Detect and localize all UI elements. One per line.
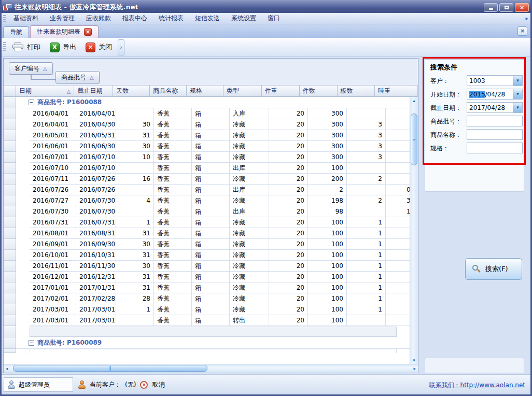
column-header-9[interactable]: 吨重 bbox=[375, 86, 418, 97]
table-row[interactable]: 2016/07/012016/07/1010香蕉箱冷藏203003 bbox=[4, 152, 418, 163]
cell: 3 bbox=[347, 130, 386, 141]
field-input-1[interactable]: 2015/04/28▾ bbox=[467, 89, 523, 100]
cell: 2016/07/26 bbox=[30, 185, 76, 195]
table-row[interactable]: 2017/03/012017/03/01香蕉箱转出20100 bbox=[4, 315, 418, 326]
groupby-chip-customer-code[interactable]: 客户编号△ bbox=[9, 62, 53, 75]
chevron-down-icon[interactable]: ▾ bbox=[513, 89, 522, 99]
menu-item-4[interactable]: 统计报表 bbox=[153, 12, 189, 24]
column-header-7[interactable]: 件数 bbox=[300, 86, 338, 97]
horizontal-scrollbar[interactable]: ◂ ‖ ▸ bbox=[4, 364, 418, 373]
maximize-button[interactable] bbox=[499, 3, 513, 12]
field-input-3[interactable] bbox=[467, 116, 523, 126]
table-row[interactable]: 2016/08/012016/08/3131香蕉箱冷藏201001 bbox=[4, 228, 418, 239]
group-row-p1600088[interactable]: 商品批号: P1600088 bbox=[4, 97, 418, 108]
group-indent bbox=[16, 272, 30, 282]
cancel-icon[interactable]: × bbox=[140, 381, 148, 389]
table-row[interactable]: 2016/09/012016/09/3030香蕉箱冷藏201001 bbox=[4, 239, 418, 250]
scroll-left-icon[interactable]: ◂ bbox=[6, 366, 8, 371]
group-row-p1600089[interactable]: 商品批号: P1600089 bbox=[4, 337, 418, 349]
table-row[interactable]: 2016/04/012016/04/01香蕉箱入库20300 bbox=[4, 108, 418, 119]
table-row[interactable]: 2016/07/262016/07/26香蕉箱出库2020 bbox=[4, 185, 418, 195]
cell: 出库 bbox=[230, 206, 269, 217]
table-row[interactable]: 2016/10/012016/10/3131香蕉箱冷藏201001 bbox=[4, 250, 418, 261]
cell: 箱 bbox=[192, 239, 230, 250]
column-header-8[interactable]: 板数 bbox=[338, 86, 375, 97]
field-input-0[interactable]: 1003▾ bbox=[467, 75, 523, 86]
column-header-4[interactable]: 规格 bbox=[187, 86, 223, 97]
toolbar-overflow-icon[interactable]: › bbox=[118, 39, 124, 55]
table-row[interactable]: 2016/07/112016/07/2616香蕉箱冷藏202002 bbox=[4, 174, 418, 185]
cell: 31 bbox=[116, 282, 154, 293]
collapse-icon[interactable] bbox=[29, 100, 34, 105]
cell: 2016/10/31 bbox=[76, 250, 116, 261]
cell: 2016/05/31 bbox=[76, 130, 116, 141]
print-button[interactable]: 打印 bbox=[8, 40, 45, 54]
column-header-1[interactable]: 截止日期 bbox=[74, 86, 113, 97]
export-button[interactable]: X 导出 bbox=[45, 40, 81, 54]
tab-detail-report[interactable]: 往来账款明细表 × bbox=[30, 25, 99, 38]
menu-item-1[interactable]: 业务管理 bbox=[44, 12, 80, 24]
field-input-2[interactable]: 2017/04/28▾ bbox=[467, 102, 523, 113]
minimize-button[interactable] bbox=[484, 3, 498, 12]
table-row[interactable]: 2016/07/312016/07/311香蕉箱冷藏201001 bbox=[4, 217, 418, 228]
table-row[interactable]: 2017/01/012017/01/3131香蕉箱冷藏201001 bbox=[4, 282, 418, 293]
chevron-down-icon[interactable]: ▾ bbox=[513, 76, 522, 86]
cell: 2016/09/30 bbox=[76, 239, 116, 250]
menu-overflow-icon[interactable]: ▸ bbox=[525, 15, 528, 22]
cancel-label[interactable]: 取消 bbox=[152, 380, 164, 389]
cell: 香蕉 bbox=[154, 206, 192, 217]
contact-us-link[interactable]: 联系我们：http://www.aolan.net bbox=[429, 381, 525, 390]
cell: 香蕉 bbox=[154, 141, 192, 152]
scroll-right-icon[interactable]: ▸ bbox=[413, 366, 416, 371]
column-header-5[interactable]: 类型 bbox=[223, 86, 262, 97]
cell: 2016/06/30 bbox=[76, 141, 116, 152]
field-input-5[interactable] bbox=[467, 143, 523, 153]
table-row[interactable]: 2017/03/012017/03/011香蕉箱冷藏201001 bbox=[4, 304, 418, 315]
group-indent bbox=[16, 108, 30, 119]
close-button[interactable]: × bbox=[515, 3, 529, 12]
menu-item-6[interactable]: 系统设置 bbox=[226, 12, 262, 24]
menu-item-3[interactable]: 报表中心 bbox=[117, 12, 153, 24]
tab-close-icon[interactable]: × bbox=[84, 28, 92, 36]
horizontal-scroll-thumb[interactable]: ‖ bbox=[13, 365, 207, 372]
table-row[interactable]: 2016/11/012016/11/3030香蕉箱冷藏201001 bbox=[4, 261, 418, 272]
table-row[interactable]: 2016/05/012016/05/3131香蕉箱冷藏203003 bbox=[4, 130, 418, 141]
cell: 1 bbox=[347, 228, 386, 239]
search-button[interactable]: 搜索(F) bbox=[465, 258, 522, 280]
table-row[interactable]: 2017/02/012017/02/2828香蕉箱冷藏201001 bbox=[4, 293, 418, 304]
column-header-3[interactable]: 商品名称 bbox=[150, 86, 187, 97]
menu-item-7[interactable]: 窗口 bbox=[262, 12, 286, 24]
cell: 1 bbox=[347, 239, 386, 250]
cell: 香蕉 bbox=[154, 261, 192, 272]
menu-item-0[interactable]: 基础资料 bbox=[8, 12, 44, 24]
cell: 2016/07/10 bbox=[76, 152, 116, 163]
column-header-0[interactable]: 日期△ bbox=[16, 86, 74, 97]
groupby-chip-batch-no[interactable]: 商品批号△ bbox=[55, 71, 100, 83]
cell: 20 bbox=[269, 217, 308, 228]
close-tab-button[interactable]: × 关闭 bbox=[81, 40, 117, 54]
row-indicator bbox=[4, 239, 16, 250]
column-header-2[interactable]: 天数 bbox=[113, 86, 150, 97]
field-input-4[interactable] bbox=[467, 129, 523, 140]
tab-navigation[interactable]: 导航 bbox=[3, 26, 29, 38]
chevron-down-icon[interactable]: ▾ bbox=[513, 103, 522, 112]
collapse-icon[interactable] bbox=[29, 340, 34, 346]
menu-item-2[interactable]: 应收账款 bbox=[80, 12, 117, 24]
vertical-scroll-thumb[interactable]: ≡ bbox=[411, 114, 417, 165]
table-row[interactable]: 2016/07/302016/07/30香蕉箱出库20981 bbox=[4, 206, 418, 217]
scroll-up-icon[interactable]: ▴ bbox=[410, 98, 418, 103]
table-row[interactable]: 2016/06/012016/06/3030香蕉箱冷藏203003 bbox=[4, 141, 418, 152]
table-row[interactable]: 2016/07/272016/07/304香蕉箱冷藏2019823 bbox=[4, 195, 418, 206]
menu-item-5[interactable]: 短信发送 bbox=[189, 12, 226, 24]
table-row[interactable]: 2016/12/012016/12/3131香蕉箱冷藏201001 bbox=[4, 272, 418, 282]
cell: 2016/11/01 bbox=[30, 261, 76, 272]
tabpanel-close-icon[interactable]: × bbox=[517, 26, 527, 36]
table-row[interactable]: 2016/07/102016/07/10香蕉箱出库20100 bbox=[4, 163, 418, 174]
cell: 箱 bbox=[192, 217, 230, 228]
cell: 100 bbox=[308, 239, 347, 250]
column-header-6[interactable]: 件重 bbox=[262, 86, 300, 97]
table-row[interactable]: 2016/04/012016/04/3030香蕉箱冷藏203003 bbox=[4, 119, 418, 130]
scroll-down-icon[interactable]: ▾ bbox=[410, 358, 418, 363]
cell: 2016/07/30 bbox=[30, 206, 76, 217]
vertical-scrollbar[interactable]: ▴ ≡ ▾ bbox=[410, 97, 418, 364]
